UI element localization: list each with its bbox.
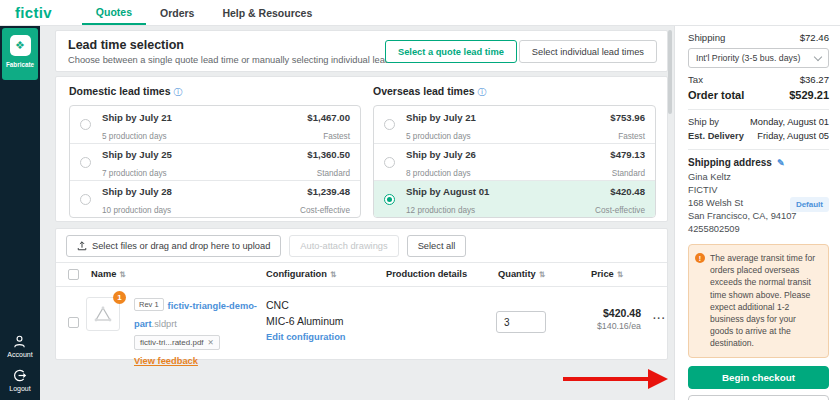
overseas-option-1[interactable]: Ship by July 215 production days $753.96…	[374, 106, 655, 143]
fabricate-label: Fabricate	[6, 61, 34, 68]
address-street: 168 Welsh StDefault	[688, 197, 829, 210]
option-price: $420.48	[610, 186, 645, 197]
address-name: Gina Keltz	[688, 171, 829, 184]
overseas-option-3-selected[interactable]: Ship by August 0112 production days $420…	[374, 180, 655, 217]
option-tier: Standard	[317, 169, 350, 178]
ship-by-label: Ship by August 01	[406, 186, 489, 197]
option-tier: Cost-effective	[300, 206, 350, 215]
row-menu-icon[interactable]: ···	[653, 313, 666, 324]
sort-icon: ⇅	[617, 270, 623, 279]
column-header-name[interactable]: Name⇅	[91, 269, 126, 279]
radio-button[interactable]	[384, 119, 395, 130]
shipping-row: Shipping $72.46	[688, 32, 829, 43]
material-label: MIC-6 Aluminum	[266, 313, 346, 329]
option-tier: Fastest	[618, 132, 645, 141]
select-individual-lead-times-button[interactable]: Select individual lead times	[519, 40, 657, 63]
domestic-option-2[interactable]: Ship by July 257 production days $1,360.…	[70, 143, 360, 180]
order-total-row: Order total $529.21	[688, 89, 829, 101]
domestic-option-1[interactable]: Ship by July 215 production days $1,467.…	[70, 106, 360, 143]
column-header-price[interactable]: Price⇅	[591, 269, 623, 279]
notification-badge[interactable]: 1	[113, 291, 126, 304]
option-tier: Standard	[612, 169, 645, 178]
est-delivery-label: Est. Delivery	[688, 131, 744, 141]
logout-label: Logout	[9, 385, 30, 392]
logout-icon	[12, 368, 27, 383]
nav-tab-orders[interactable]: Orders	[146, 0, 208, 25]
view-feedback-link[interactable]: View feedback	[134, 356, 198, 366]
ship-by-label: Ship by July 25	[102, 149, 172, 160]
select-quote-lead-time-button[interactable]: Select a quote lead time	[385, 40, 517, 63]
table-toolbar: Select files or drag and drop here to up…	[56, 229, 667, 263]
begin-checkout-button[interactable]: Begin checkout	[688, 366, 829, 389]
warning-text: The average transit time for orders plac…	[710, 252, 821, 350]
parts-table-card: Select files or drag and drop here to up…	[55, 228, 668, 360]
lead-time-options-card: Domestic lead timesⓘ Ship by July 215 pr…	[55, 76, 668, 222]
radio-button[interactable]	[80, 157, 91, 168]
info-icon[interactable]: ⓘ	[174, 87, 183, 97]
shipping-address-title: Shipping address ✎	[688, 157, 829, 168]
sidebar-item-fabricate[interactable]: ❖ Fabricate	[2, 28, 38, 80]
tax-value: $36.27	[800, 74, 829, 85]
info-icon[interactable]: ⓘ	[478, 87, 487, 97]
annotation-arrow	[563, 377, 649, 381]
upload-files-button[interactable]: Select files or drag and drop here to up…	[66, 235, 281, 257]
table-row: 1 Rev 1fictiv-triangle-demo-part.sldprt …	[56, 287, 667, 359]
option-price: $1,360.50	[307, 149, 350, 160]
edit-address-icon[interactable]: ✎	[777, 158, 785, 168]
nav-tab-quotes[interactable]: Quotes	[82, 0, 146, 25]
scrollbar[interactable]	[668, 30, 672, 114]
est-delivery-row: Est. Delivery Friday, August 05	[688, 131, 829, 141]
radio-button-selected[interactable]	[384, 194, 395, 205]
shipping-value: $72.46	[800, 32, 829, 43]
edit-configuration-link[interactable]: Edit configuration	[266, 332, 346, 342]
main-content: Lead time selection Choose between a sin…	[40, 26, 674, 400]
select-all-checkbox[interactable]	[68, 269, 79, 280]
shipping-method-select[interactable]: Int'l Priority (3-5 bus. days)	[688, 48, 829, 68]
remove-attachment-icon[interactable]: ✕	[208, 338, 214, 347]
option-tier: Cost-effective	[595, 206, 645, 215]
ship-by-label: Ship by	[688, 117, 719, 127]
option-price: $1,239.48	[307, 186, 350, 197]
rev-chip[interactable]: Rev 1	[134, 298, 164, 311]
option-price: $479.13	[610, 149, 645, 160]
transit-time-warning: ! The average transit time for orders pl…	[688, 244, 829, 358]
warning-icon: !	[695, 253, 705, 263]
sidebar-item-account[interactable]: Account	[7, 334, 32, 358]
sort-icon: ⇅	[539, 270, 545, 279]
radio-button[interactable]	[80, 119, 91, 130]
attachment-name: fictiv-tri...rated.pdf	[140, 338, 204, 347]
sidebar-item-logout[interactable]: Logout	[9, 368, 30, 392]
domestic-option-3[interactable]: Ship by July 2810 production days $1,239…	[70, 180, 360, 217]
est-delivery-value: Friday, August 05	[757, 131, 829, 141]
account-icon	[12, 334, 27, 349]
chevron-down-icon	[814, 52, 822, 60]
nav-tab-help-resources[interactable]: Help & Resources	[208, 0, 326, 25]
overseas-option-2[interactable]: Ship by July 268 production days $479.13…	[374, 143, 655, 180]
ship-by-label: Ship by July 21	[102, 112, 172, 123]
overseas-lead-times-box: Ship by July 215 production days $753.96…	[373, 105, 656, 218]
sort-icon: ⇅	[119, 270, 125, 279]
attachment-chip[interactable]: fictiv-tri...rated.pdf ✕	[134, 335, 220, 350]
column-header-configuration[interactable]: Configuration⇅	[266, 269, 336, 279]
file-extension: .sldprt	[152, 319, 177, 329]
select-all-button[interactable]: Select all	[407, 235, 467, 257]
row-price: $420.48	[551, 307, 641, 319]
address-company: FICTIV	[688, 184, 829, 197]
table-header: Name⇅ Configuration⇅ Production details …	[56, 263, 667, 287]
radio-button[interactable]	[80, 194, 91, 205]
triangle-part-icon	[93, 305, 113, 323]
domestic-lead-times-box: Ship by July 215 production days $1,467.…	[69, 105, 361, 218]
column-header-quantity[interactable]: Quantity⇅	[498, 269, 545, 279]
quantity-input[interactable]	[496, 311, 546, 333]
row-checkbox[interactable]	[68, 317, 79, 328]
radio-button[interactable]	[384, 157, 395, 168]
production-days-label: 10 production days	[102, 206, 171, 215]
tax-label: Tax	[688, 74, 703, 85]
production-days-label: 12 production days	[406, 206, 475, 215]
lead-time-header-card: Lead time selection Choose between a sin…	[55, 30, 668, 72]
shipping-method-value: Int'l Priority (3-5 bus. days)	[696, 53, 800, 63]
sort-icon: ⇅	[330, 270, 336, 279]
ship-by-label: Ship by July 21	[406, 112, 476, 123]
annotation-arrow-head	[648, 369, 668, 389]
download-quote-button[interactable]: Download quote	[688, 395, 829, 400]
